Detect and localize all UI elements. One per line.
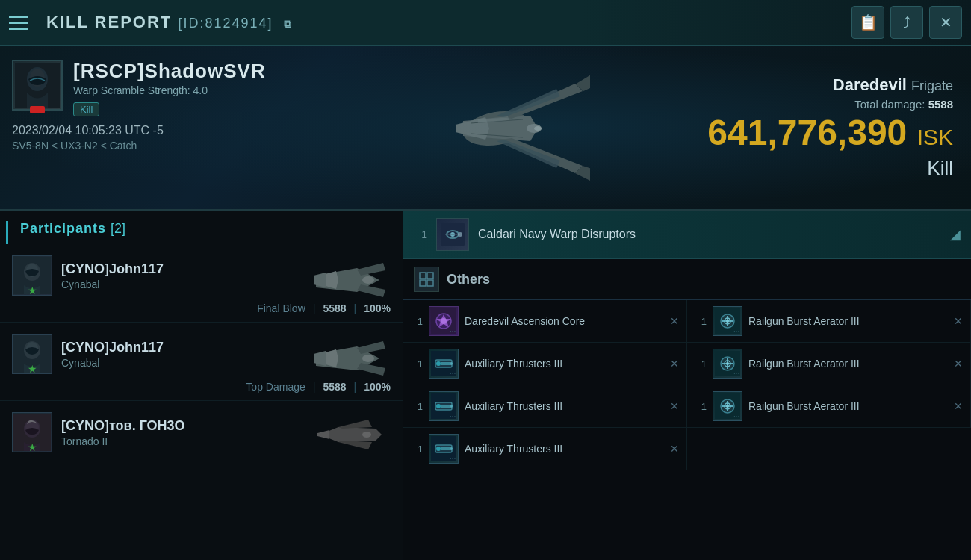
item-row-qty-0: 1 <box>411 316 423 327</box>
participant-top-1: ★ [CYNO]John117 Cynabal <box>12 252 391 299</box>
participant-star-3: ★ <box>28 441 37 453</box>
participant-ship-img-3 <box>308 408 391 456</box>
item-qty: 1 <box>414 228 427 240</box>
svg-rect-28 <box>427 280 433 286</box>
svg-point-11 <box>362 276 374 284</box>
participant-star-2: ★ <box>28 363 37 375</box>
item-row-qty-2r: 1 <box>695 401 707 412</box>
items-panel: 1 Caldari Navy Warp Disruptors ◢ <box>403 211 971 560</box>
participant-ship-img-2 <box>308 330 391 378</box>
participant-avatar-1: ★ <box>12 255 52 296</box>
svg-rect-49 <box>441 405 450 408</box>
participant-info-1: [CYNO]John117 Cynabal <box>61 261 164 290</box>
participant-stats-2: Top Damage | 5588 | 100% <box>12 381 391 393</box>
item-close-1r[interactable]: ✕ <box>954 358 963 370</box>
participant-top-2: ★ [CYNO]John117 Cynabal <box>12 330 391 378</box>
kill-location: SV5-8N < UX3-N2 < Catch <box>12 140 272 152</box>
svg-point-24 <box>458 232 462 237</box>
stat-label-1: Final Blow <box>257 302 305 314</box>
hero-right: Daredevil Frigate Total damage: 5588 641… <box>689 46 971 209</box>
stat-pct-2: 100% <box>364 381 391 393</box>
item-close-0[interactable]: ✕ <box>670 315 679 327</box>
participant-avatar-2: ★ <box>12 334 52 374</box>
avatar-badge <box>30 106 45 113</box>
ship-class: Frigate <box>911 78 953 93</box>
item-close-2[interactable]: ✕ <box>670 400 679 412</box>
svg-point-36 <box>726 320 729 323</box>
close-button[interactable]: ✕ <box>929 6 962 39</box>
participants-title: Participants <box>20 221 106 237</box>
item-dots-2: ··· <box>450 414 456 419</box>
svg-point-57 <box>436 447 441 451</box>
item-row-1: 1 ··· Auxiliary Thrusters III ✕ <box>403 343 687 385</box>
kill-datetime: 2023/02/04 10:05:23 UTC -5 <box>12 124 272 137</box>
item-row-name-3: Auxiliary Thrusters III <box>465 442 663 455</box>
isk-label: ISK <box>917 125 953 149</box>
svg-rect-40 <box>441 362 450 365</box>
item-row-name-0: Daredevil Ascension Core <box>465 314 663 328</box>
participants-count: [2] <box>111 221 125 237</box>
item-dots-0r: ··· <box>733 329 740 334</box>
item-icon-2r: ··· <box>713 391 742 421</box>
export-button[interactable]: ⤴ <box>890 6 923 39</box>
item-close-2r[interactable]: ✕ <box>954 400 963 412</box>
svg-rect-27 <box>420 280 426 286</box>
hero-left: [RSCP]ShadowSVR Warp Scramble Strength: … <box>0 46 284 209</box>
ship-name: Daredevil <box>833 75 907 94</box>
avatar <box>12 60 63 111</box>
item-row-0: 1 ··· Daredevil Ascension Core ✕ <box>403 300 687 343</box>
participant-ship-1: Cynabal <box>61 279 164 290</box>
item-icon-1r: ··· <box>713 349 742 379</box>
hero-section: [RSCP]ShadowSVR Warp Scramble Strength: … <box>0 46 971 211</box>
participant-item-3: ★ [CYNO]тов. ГОН3О Tornado II <box>0 401 403 464</box>
stat-damage-1: 5588 <box>323 302 346 314</box>
kill-badge: Kill <box>73 102 99 116</box>
item-dots-1r: ··· <box>733 371 740 376</box>
participant-stats-1: Final Blow | 5588 | 100% <box>12 302 391 314</box>
participant-info-2: [CYNO]John117 Cynabal <box>61 340 164 369</box>
title-actions: 📋 ⤴ ✕ <box>851 6 962 39</box>
stat-pct-1: 100% <box>364 302 391 314</box>
svg-point-39 <box>436 361 441 366</box>
item-row-1r: 1 ··· Railgun Burst Aerator III ✕ <box>687 343 971 385</box>
participant-ship-3: Tornado II <box>61 435 185 447</box>
item-close-3[interactable]: ✕ <box>670 443 679 455</box>
item-row-name-1r: Railgun Burst Aerator III <box>748 357 946 370</box>
title-text: KILL REPORT <box>46 13 172 31</box>
item-row-qty-0r: 1 <box>695 316 707 327</box>
participant-name-1: [CYNO]John117 <box>61 261 164 277</box>
menu-button[interactable] <box>9 9 36 36</box>
svg-point-48 <box>436 404 441 408</box>
pilot-row: [RSCP]ShadowSVR Warp Scramble Strength: … <box>12 60 272 116</box>
item-close-0r[interactable]: ✕ <box>954 315 963 327</box>
damage-label: Total damage: <box>854 98 925 111</box>
ship-name-line: Daredevil Frigate <box>833 75 953 95</box>
svg-point-45 <box>726 362 729 365</box>
kill-result: Kill <box>927 157 953 180</box>
item-row-0r: 1 ··· Railgun Burst Aerator III ✕ <box>687 300 971 343</box>
item-row-qty-1r: 1 <box>695 358 707 370</box>
clipboard-button[interactable]: 📋 <box>851 6 884 39</box>
item-row-2r: 1 ··· Railgun Burst Aerator III ✕ <box>687 385 971 428</box>
warp-disruptor-icon <box>436 218 469 251</box>
participant-name-3: [CYNO]тов. ГОН3О <box>61 418 185 434</box>
item-dots-2r: ··· <box>733 414 740 419</box>
highlighted-item-name: Caldari Navy Warp Disruptors <box>478 228 941 241</box>
pilot-name: [RSCP]ShadowSVR <box>73 60 266 83</box>
item-row-2: 1 ··· Auxiliary Thrusters III ✕ <box>403 385 687 428</box>
svg-point-50 <box>450 405 453 408</box>
item-row-name-2: Auxiliary Thrusters III <box>465 399 663 413</box>
title-bar: KILL REPORT [ID:8124914] ⧉ 📋 ⤴ ✕ <box>0 0 971 46</box>
item-row-qty-3: 1 <box>411 444 423 455</box>
participants-header: Participants [2] <box>6 221 403 244</box>
main-content: Participants [2] ★ [CYNO]John117 <box>0 211 971 560</box>
participant-ship-img-1 <box>308 252 391 299</box>
damage-line: Total damage: 5588 <box>854 98 953 111</box>
item-close-1[interactable]: ✕ <box>670 358 679 370</box>
item-row-qty-1: 1 <box>411 358 423 370</box>
item-highlighted: 1 Caldari Navy Warp Disruptors ◢ <box>403 211 971 259</box>
title-copy-icon[interactable]: ⧉ <box>284 18 293 30</box>
person-icon: ◢ <box>950 226 961 243</box>
participants-panel: Participants [2] ★ [CYNO]John117 <box>0 211 403 560</box>
svg-point-41 <box>450 362 453 365</box>
